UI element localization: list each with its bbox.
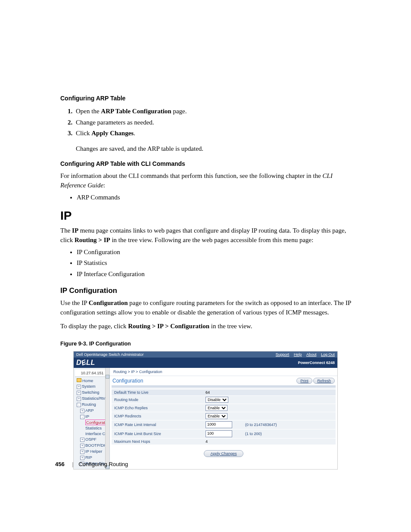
nav-tree[interactable]: 10.27.64.151 Home +System +Switching +St… xyxy=(74,368,110,469)
nav-rip[interactable]: +RIP xyxy=(75,454,109,460)
ip-bullet-list: IP Configuration IP Statistics IP Interf… xyxy=(60,247,352,280)
step-3-text-a: Click xyxy=(76,130,91,137)
print-button[interactable]: Print xyxy=(296,378,312,384)
expand-icon[interactable]: + xyxy=(80,438,84,442)
ip-bullet-stats: IP Statistics xyxy=(77,258,352,269)
link-about[interactable]: About xyxy=(306,352,317,357)
footer-separator: | xyxy=(72,461,73,467)
expand-icon[interactable]: + xyxy=(77,385,81,389)
nav-routing[interactable]: -Routing xyxy=(75,401,109,408)
step-3: Click Apply Changes. xyxy=(74,128,352,139)
row-rate-limit-burst: ICMP Rate Limit Burst Size 100 (1 to 200… xyxy=(112,429,336,438)
range-rate-limit-burst: (1 to 200) xyxy=(243,429,336,438)
breadcrumb: Routing > IP > Configuration xyxy=(110,368,337,376)
row-icmp-echo: ICMP Echo Replies Enable xyxy=(112,404,336,412)
topbar-links: Support Help About Log Out xyxy=(272,352,335,357)
nav-home[interactable]: Home xyxy=(75,378,109,383)
link-support[interactable]: Support xyxy=(276,352,290,357)
step-1-text-a: Open the xyxy=(76,108,101,115)
nav-ospf[interactable]: +OSPF xyxy=(75,436,109,442)
folder-icon xyxy=(77,378,81,382)
value-max-next-hops: 4 xyxy=(203,438,243,445)
step-1-bold: ARP Table Configuration xyxy=(101,108,171,115)
expand-icon[interactable]: + xyxy=(80,444,84,448)
ip-intro-a: The xyxy=(60,227,72,234)
link-help[interactable]: Help xyxy=(294,352,302,357)
nav-ip-helper[interactable]: +IP Helper xyxy=(75,448,109,454)
collapse-icon[interactable]: - xyxy=(77,403,81,407)
page-number: 456 xyxy=(55,461,65,467)
step-3-text-c: . xyxy=(134,130,135,137)
footer-title: Configuring Routing xyxy=(78,461,128,467)
ip-intro-bold: IP xyxy=(72,227,78,234)
label-icmp-echo: ICMP Echo Replies xyxy=(112,404,203,412)
select-routing-mode[interactable]: Disable xyxy=(206,397,228,403)
nav-ip-statistics[interactable]: Statistics xyxy=(75,425,109,431)
nav-arp[interactable]: +ARP xyxy=(75,408,109,414)
nav-system[interactable]: +System xyxy=(75,383,109,389)
app-title: Dell OpenManage Switch Administrator xyxy=(76,352,144,357)
nav-device-ip: 10.27.64.151 xyxy=(75,370,109,377)
row-rate-limit-interval: ICMP Rate Limit Interval 1000 (0 to 2147… xyxy=(112,420,336,429)
select-icmp-redirects[interactable]: Enable xyxy=(206,413,227,419)
ipcfg2-b: Routing > IP > Configuration xyxy=(128,323,209,330)
nav-switching[interactable]: +Switching xyxy=(75,389,109,395)
nav-statistics[interactable]: +Statistics/RMON xyxy=(75,395,109,401)
label-icmp-redirects: ICMP Redirects xyxy=(112,412,203,420)
step-1-text-c: page. xyxy=(171,108,187,115)
label-max-next-hops: Maximum Next Hops xyxy=(112,438,203,445)
label-rate-limit-interval: ICMP Rate Limit Interval xyxy=(112,420,203,429)
ipcfg2-a: To display the page, click xyxy=(60,323,128,330)
input-rate-limit-interval[interactable]: 1000 xyxy=(206,421,232,428)
input-rate-limit-burst[interactable]: 100 xyxy=(206,430,232,437)
heading-ip: IP xyxy=(60,209,352,223)
row-routing-mode: Routing Mode Disable xyxy=(112,395,336,404)
ipcfg1-b: Configuration xyxy=(89,299,128,306)
refresh-button[interactable]: Refresh xyxy=(313,378,335,384)
ipcfg2-c: in the tree view. xyxy=(209,323,252,330)
apply-changes-button[interactable]: Apply Changes xyxy=(204,450,243,457)
value-ttl: 64 xyxy=(203,389,243,396)
expand-icon[interactable]: + xyxy=(80,450,84,454)
nav-ip-interface-config[interactable]: Interface Config xyxy=(75,431,109,436)
ip-intro-nav: Routing > IP xyxy=(75,236,110,243)
app-topbar: Dell OpenManage Switch Administrator Sup… xyxy=(74,352,337,358)
heading-configuring-arp-cli: Configuring ARP Table with CLI Commands xyxy=(60,160,352,167)
ip-bullet-config: IP Configuration xyxy=(77,247,352,258)
expand-icon[interactable]: + xyxy=(80,409,84,413)
logo-bar: DELL PowerConnect 6248 xyxy=(74,358,337,368)
scroll-up-icon[interactable] xyxy=(106,375,109,379)
panel-header: Configuration Print Refresh xyxy=(110,376,337,386)
cli-bullet-arp: ARP Commands xyxy=(77,192,352,203)
expand-icon[interactable]: + xyxy=(77,397,81,401)
cli-colon: : xyxy=(103,182,105,189)
row-max-next-hops: Maximum Next Hops 4 xyxy=(112,438,336,445)
step-3-bold: Apply Changes xyxy=(91,130,134,137)
range-rate-limit-interval: (0 to 2147483647) xyxy=(243,420,336,429)
product-label: PowerConnect 6248 xyxy=(298,361,335,365)
nav-bootp[interactable]: +BOOTP/DHCP Rel xyxy=(75,442,109,448)
ipcfg-paragraph-1: Use the IP Configuration page to configu… xyxy=(60,299,352,317)
content-panel: Routing > IP > Configuration Configurati… xyxy=(110,368,337,469)
cli-para-text: For information about the CLI commands t… xyxy=(60,172,323,179)
expand-icon[interactable]: + xyxy=(77,391,81,395)
ip-bullet-ifconfig: IP Interface Configuration xyxy=(77,269,352,280)
row-ttl: Default Time to Live 64 xyxy=(112,389,336,396)
nav-scrollbar[interactable] xyxy=(105,368,109,469)
app-main: 10.27.64.151 Home +System +Switching +St… xyxy=(74,368,337,469)
panel-title: Configuration xyxy=(112,378,143,384)
collapse-icon[interactable]: - xyxy=(80,415,84,419)
nav-ip-configuration[interactable]: Configuration xyxy=(75,420,109,425)
heading-ip-configuration: IP Configuration xyxy=(60,286,352,295)
link-logout[interactable]: Log Out xyxy=(321,352,335,357)
label-rate-limit-burst: ICMP Rate Limit Burst Size xyxy=(112,429,203,438)
expand-icon[interactable]: + xyxy=(80,456,84,460)
apply-row: Apply Changes xyxy=(110,447,337,462)
label-ttl: Default Time to Live xyxy=(112,389,203,396)
select-icmp-echo[interactable]: Enable xyxy=(206,405,227,411)
cli-paragraph: For information about the CLI commands t… xyxy=(60,171,352,190)
cli-bullet-list: ARP Commands xyxy=(60,192,352,203)
heading-configuring-arp-table: Configuring ARP Table xyxy=(60,95,352,102)
steps-list: Open the ARP Table Configuration page. C… xyxy=(60,106,352,139)
nav-ip[interactable]: -IP xyxy=(75,414,109,420)
